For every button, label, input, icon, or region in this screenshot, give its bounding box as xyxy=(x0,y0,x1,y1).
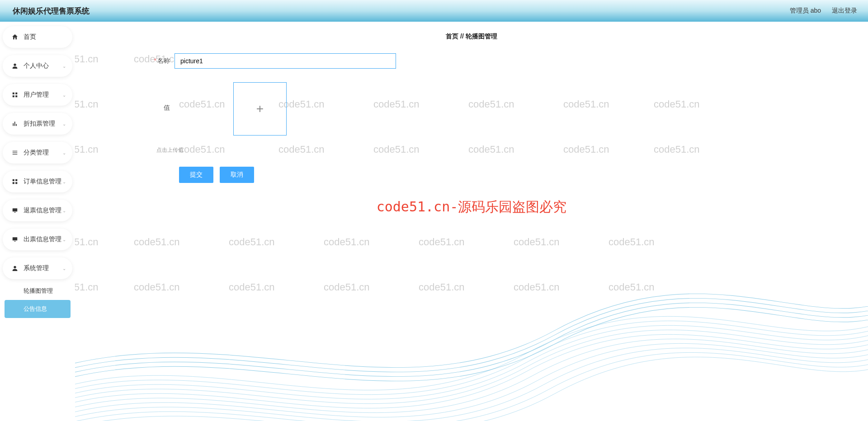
svg-rect-16 xyxy=(14,212,16,213)
app-title: 休闲娱乐代理售票系统 xyxy=(13,6,90,16)
user-icon xyxy=(11,264,19,272)
sidebar-item-orders[interactable]: 订单信息管理 ⌄ xyxy=(3,171,72,192)
header: 休闲娱乐代理售票系统 管理员 abo 退出登录 xyxy=(0,0,868,22)
sidebar-item-label: 个人中心 xyxy=(24,62,62,70)
wave-background xyxy=(75,218,868,421)
svg-point-0 xyxy=(14,64,16,66)
submit-button[interactable]: 提交 xyxy=(179,167,213,183)
breadcrumb: 首页 // 轮播图管理 xyxy=(75,22,868,49)
grid-icon xyxy=(11,91,19,99)
monitor-icon xyxy=(11,235,19,243)
sidebar-item-category[interactable]: 分类管理 ⌄ xyxy=(3,142,72,164)
list-icon xyxy=(11,149,19,157)
chevron-down-icon: ⌄ xyxy=(62,266,66,271)
bar-icon xyxy=(11,120,19,128)
svg-rect-9 xyxy=(13,152,18,153)
chevron-down-icon: ⌄ xyxy=(62,179,66,184)
svg-rect-1 xyxy=(13,93,14,94)
cancel-button[interactable]: 取消 xyxy=(220,167,254,183)
sidebar-sub-label: 公告信息 xyxy=(24,305,47,313)
sidebar-item-issue[interactable]: 出票信息管理 ⌄ xyxy=(3,229,72,250)
svg-rect-8 xyxy=(13,151,18,151)
sidebar-sub-notice[interactable]: 公告信息 xyxy=(5,300,71,318)
svg-point-19 xyxy=(14,266,16,268)
svg-rect-12 xyxy=(15,179,17,181)
header-actions: 管理员 abo 退出登录 xyxy=(790,7,857,15)
svg-rect-6 xyxy=(14,122,15,126)
chevron-down-icon: ⌄ xyxy=(62,237,66,242)
sidebar-item-profile[interactable]: 个人中心 ⌄ xyxy=(3,55,72,77)
svg-rect-10 xyxy=(13,154,18,154)
user-icon xyxy=(11,62,19,70)
sidebar-item-discount[interactable]: 折扣票管理 ⌄ xyxy=(3,113,72,135)
sidebar-item-label: 订单信息管理 xyxy=(24,178,62,186)
plus-icon: + xyxy=(256,102,264,116)
chevron-down-icon: ⌄ xyxy=(62,208,66,213)
sidebar-sub-carousel[interactable]: 轮播图管理 xyxy=(3,282,72,300)
svg-rect-2 xyxy=(15,93,17,94)
svg-rect-18 xyxy=(14,241,16,242)
sidebar-item-users[interactable]: 用户管理 ⌄ xyxy=(3,84,72,106)
name-input[interactable] xyxy=(175,53,396,69)
value-label: 值 xyxy=(93,82,175,112)
svg-rect-14 xyxy=(15,182,17,184)
logout-link[interactable]: 退出登录 xyxy=(832,7,857,15)
svg-rect-3 xyxy=(13,95,14,97)
big-watermark: code51.cn-源码乐园盗图必究 xyxy=(377,198,567,216)
upload-box[interactable]: + xyxy=(233,82,287,136)
svg-rect-7 xyxy=(16,124,17,126)
sidebar-item-label: 出票信息管理 xyxy=(24,235,62,243)
sidebar-item-system[interactable]: 系统管理 ⌄ xyxy=(3,257,72,279)
svg-rect-13 xyxy=(13,182,14,184)
svg-rect-5 xyxy=(13,123,14,126)
sidebar-item-label: 分类管理 xyxy=(24,149,62,157)
sidebar-item-label: 系统管理 xyxy=(24,264,62,272)
chevron-down-icon: ⌄ xyxy=(62,150,66,155)
breadcrumb-home[interactable]: 首页 xyxy=(446,33,458,40)
sidebar-item-label: 退票信息管理 xyxy=(24,206,62,215)
sidebar-item-label: 折扣票管理 xyxy=(24,120,62,128)
form-area: *名称 值 + 点击上传值 提交 取消 xyxy=(75,49,868,183)
chevron-down-icon: ⌄ xyxy=(62,64,66,69)
svg-rect-15 xyxy=(13,208,18,211)
sidebar-item-label: 首页 xyxy=(24,33,66,41)
sidebar-sub-label: 轮播图管理 xyxy=(24,287,53,295)
sidebar-item-refund[interactable]: 退票信息管理 ⌄ xyxy=(3,200,72,221)
admin-info[interactable]: 管理员 abo xyxy=(790,7,821,15)
chevron-down-icon: ⌄ xyxy=(62,122,66,126)
svg-rect-4 xyxy=(15,95,17,97)
breadcrumb-current: 轮播图管理 xyxy=(466,33,497,40)
sidebar-item-home[interactable]: 首页 xyxy=(3,26,72,48)
chevron-down-icon: ⌄ xyxy=(62,93,66,98)
home-icon xyxy=(11,33,19,41)
grid-icon xyxy=(11,178,19,186)
breadcrumb-sep: // xyxy=(458,33,466,40)
svg-rect-11 xyxy=(13,179,14,181)
sidebar: 首页 个人中心 ⌄ 用户管理 ⌄ 折扣票管理 ⌄ 分类管理 ⌄ 订单信息管理 ⌄ xyxy=(0,22,75,421)
name-label: *名称 xyxy=(93,57,175,65)
monitor-icon xyxy=(11,206,19,215)
upload-hint: 点击上传值 xyxy=(156,146,184,154)
svg-rect-17 xyxy=(13,237,18,240)
main-content: code51.cn code51.cn code51.cn code51.cn … xyxy=(75,22,868,421)
sidebar-item-label: 用户管理 xyxy=(24,91,62,99)
